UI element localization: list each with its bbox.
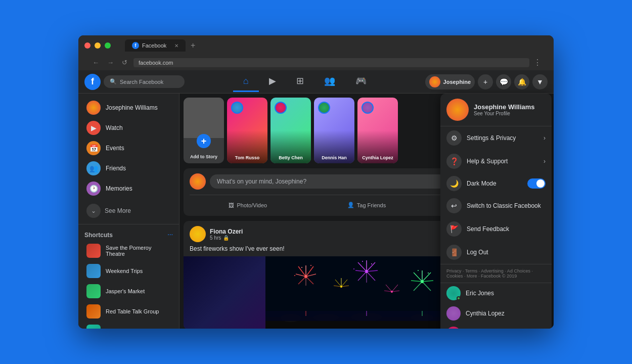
- new-tab-button[interactable]: +: [188, 41, 198, 50]
- browser-tab-facebook[interactable]: f Facebook ✕: [125, 39, 186, 52]
- nav-add-button[interactable]: +: [478, 74, 493, 89]
- shortcut-theatre[interactable]: Save the Pomeroy Theatre: [80, 241, 177, 261]
- svg-point-50: [362, 261, 363, 262]
- nav-tab-groups[interactable]: 👥: [314, 71, 345, 92]
- dropdown-classic[interactable]: ↩ Switch to Classic Facebook: [440, 194, 552, 217]
- classic-icon: ↩: [446, 198, 462, 213]
- back-button[interactable]: ←: [91, 58, 101, 67]
- tag-label: Tag Friends: [357, 202, 386, 208]
- dropdown-see-profile: See Your Profile: [474, 111, 535, 116]
- add-story-card[interactable]: + Add to Story: [184, 98, 224, 163]
- dropdown-help[interactable]: ❓ Help & Support ›: [440, 150, 552, 173]
- nav-user-avatar: [429, 76, 440, 87]
- dropdown-dark-mode[interactable]: 🌙 Dark Mode: [440, 173, 552, 194]
- sidebar-see-more-button[interactable]: ⌄ See More: [80, 201, 177, 221]
- nav-tab-marketplace[interactable]: ⊞: [286, 71, 314, 92]
- shortcut-market[interactable]: Jasper's Market: [80, 281, 177, 301]
- minimize-dot[interactable]: [95, 42, 101, 49]
- dropdown-footer: Privacy · Terms · Advertising · Ad Choic…: [440, 264, 552, 283]
- search-placeholder: Search Facebook: [120, 79, 163, 85]
- nav-tab-gaming[interactable]: 🎮: [345, 71, 377, 92]
- dropdown-user-section[interactable]: Josephine Williams See Your Profile: [440, 94, 552, 126]
- watch-icon: ▶: [86, 121, 101, 135]
- story-cynthia[interactable]: Cynthia Lopez: [357, 98, 398, 163]
- settings-icon: ⚙: [446, 130, 462, 146]
- post-time: 5 hrs: [210, 235, 221, 241]
- story-dennis[interactable]: Dennis Han: [314, 98, 354, 163]
- feedback-icon: 🚩: [446, 221, 462, 237]
- sidebar-item-memories[interactable]: 🕐 Memories: [80, 178, 177, 199]
- forward-button[interactable]: →: [105, 58, 116, 67]
- reload-button[interactable]: ↺: [120, 58, 129, 67]
- theatre-avatar: [86, 244, 101, 258]
- logout-label: Log Out: [467, 249, 488, 256]
- photo-label: Photo/Video: [237, 202, 267, 208]
- browser-menu-button[interactable]: ⋮: [533, 58, 541, 67]
- cynthia-name: Cynthia Lopez: [466, 310, 505, 317]
- maximize-dot[interactable]: [105, 42, 111, 49]
- sidebar-item-friends[interactable]: 👥 Friends: [80, 158, 177, 178]
- shortcut-market-label: Jasper's Market: [106, 288, 145, 294]
- contact-eric[interactable]: Eric Jones: [440, 283, 552, 303]
- nav-menu-button[interactable]: ▼: [532, 74, 548, 89]
- post-placeholder: What's on your mind, Josephine?: [217, 178, 306, 185]
- sidebar-item-events[interactable]: 📅 Events: [80, 138, 177, 158]
- nav-tab-watch[interactable]: ▶: [259, 71, 286, 92]
- settings-label: Settings & Privacy: [467, 134, 516, 142]
- nav-notifications-button[interactable]: 🔔: [514, 74, 529, 89]
- story-tom[interactable]: Tom Russo: [227, 98, 267, 163]
- sidebar-item-watch[interactable]: ▶ Watch: [80, 118, 177, 138]
- dark-mode-icon: 🌙: [446, 176, 462, 191]
- feedback-label: Send Feedback: [467, 225, 509, 233]
- shortcut-hiking[interactable]: Best Hidden Hiking Trails: [80, 322, 177, 329]
- friends-icon: 👥: [86, 161, 101, 175]
- toggle-knob: [536, 179, 545, 188]
- shortcut-table[interactable]: Red Table Talk Group: [80, 301, 177, 322]
- fb-favicon: f: [132, 42, 139, 49]
- add-story-icon: +: [197, 134, 211, 148]
- tab-close-btn[interactable]: ✕: [174, 43, 178, 49]
- svg-point-51: [371, 263, 372, 264]
- see-more-icon: ⌄: [86, 204, 101, 218]
- nav-right: Josephine + 💬 🔔 ▼: [425, 74, 548, 89]
- dark-mode-toggle[interactable]: [527, 178, 546, 189]
- facebook-logo: f: [84, 74, 101, 90]
- sidebar-profile-name: Josephine Williams: [106, 104, 158, 111]
- story-betty[interactable]: Betty Chen: [270, 98, 311, 163]
- post-tag-button[interactable]: 👤 Tag Friends: [308, 199, 425, 211]
- dropdown-menu: Josephine Williams See Your Profile ⚙ Se…: [440, 94, 552, 329]
- shortcut-trips[interactable]: Weekend Trips: [80, 261, 177, 281]
- shortcut-theatre-label: Save the Pomeroy Theatre: [106, 245, 171, 257]
- classic-label: Switch to Classic Facebook: [467, 202, 541, 209]
- dropdown-settings[interactable]: ⚙ Settings & Privacy ›: [440, 126, 552, 150]
- nav-user-button[interactable]: Josephine: [425, 74, 475, 89]
- post-photo-button[interactable]: 🖼 Photo/Video: [190, 199, 306, 211]
- nav-messenger-button[interactable]: 💬: [496, 74, 511, 89]
- help-arrow: ›: [544, 158, 546, 165]
- cynthia-avatar: [446, 306, 461, 321]
- table-avatar: [86, 304, 101, 318]
- contact-betty[interactable]: Betty Chen: [440, 324, 552, 329]
- search-bar[interactable]: 🔍 Search Facebook: [104, 75, 185, 88]
- tag-icon: 👤: [347, 202, 354, 208]
- eric-name: Eric Jones: [466, 290, 494, 297]
- eric-online-indicator: [457, 296, 461, 300]
- sidebar-item-profile[interactable]: Josephine Williams: [80, 98, 177, 118]
- eric-avatar: [446, 286, 461, 300]
- help-icon: ❓: [446, 154, 462, 169]
- close-dot[interactable]: [84, 42, 91, 49]
- address-bar[interactable]: facebook.com: [133, 58, 529, 67]
- story-tom-label: Tom Russo: [227, 155, 267, 160]
- story-dennis-avatar: [318, 102, 330, 114]
- logout-icon: 🚪: [446, 245, 462, 260]
- photo-icon: 🖼: [229, 202, 234, 208]
- left-sidebar: Josephine Williams ▶ Watch 📅 Events 👥 Fr…: [78, 94, 179, 329]
- sidebar-friends-label: Friends: [106, 165, 126, 172]
- nav-tab-home[interactable]: ⌂: [233, 71, 259, 92]
- contact-cynthia[interactable]: Cynthia Lopez: [440, 303, 552, 324]
- shortcuts-edit-button[interactable]: ⋯: [167, 232, 173, 239]
- story-cynthia-label: Cynthia Lopez: [357, 155, 398, 160]
- dropdown-feedback[interactable]: 🚩 Send Feedback: [440, 217, 552, 241]
- dropdown-logout[interactable]: 🚪 Log Out: [440, 241, 552, 264]
- story-betty-avatar: [275, 102, 287, 114]
